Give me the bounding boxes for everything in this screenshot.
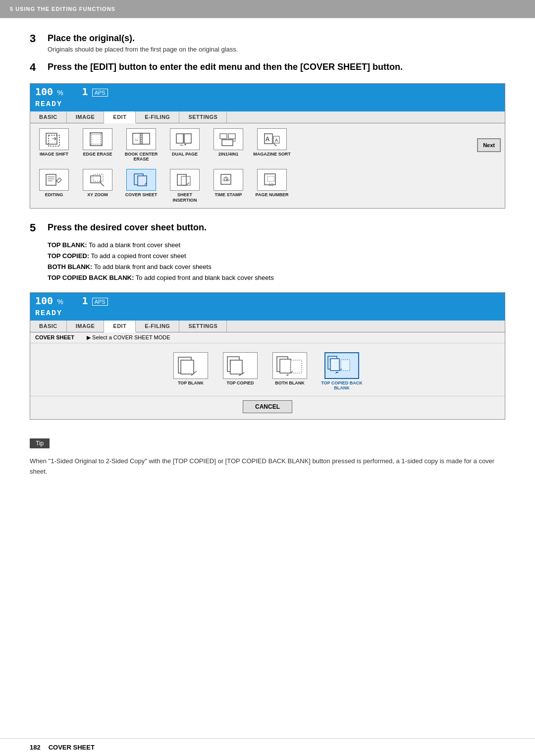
copier1-ready: READY (35, 100, 62, 108)
book-center-erase-button[interactable]: 1₂ BOOK CENTER ERASE (121, 128, 161, 162)
dual-page-button[interactable]: DUAL PAGE (165, 128, 205, 162)
next-button[interactable]: Next (477, 138, 501, 152)
copier1-aps: APS (92, 89, 108, 97)
xy-zoom-label: XY ZOOM (87, 192, 107, 198)
step-3-number: 3 (30, 32, 48, 45)
copier2-percent-sign: % (57, 298, 63, 306)
svg-rect-56 (341, 360, 350, 371)
svg-rect-9 (142, 133, 150, 144)
step-4: 4 Press the [EDIT] button to enter the e… (30, 62, 505, 74)
page-number-button[interactable]: 1/2 PAGE NUMBER (252, 169, 292, 203)
copier-panel-2: 100 % 1 APS READY BASIC IMAGE EDIT E-FIL… (30, 292, 505, 420)
top-copied-back-blank-button[interactable]: TOP COPIED BACK BLANK (320, 352, 364, 391)
svg-rect-33 (181, 176, 190, 185)
svg-rect-15 (184, 134, 191, 143)
copier1-percent-sign: % (57, 89, 63, 97)
tip-label: Tip (30, 438, 50, 448)
time-stamp-label: TIME STAMP (215, 192, 242, 198)
copier1-percent: 100 (35, 86, 53, 98)
image-shift-label: IMAGE SHIFT (40, 152, 68, 157)
svg-rect-48 (230, 360, 242, 374)
cover-sheet-select-desc: ▶ Select a COVER SHEET MODE (87, 334, 170, 341)
copier1-tab-edit[interactable]: EDIT (104, 111, 136, 123)
editing-button[interactable]: EDITING (34, 169, 74, 203)
copier1-tab-basic[interactable]: BASIC (30, 111, 67, 123)
copier1-tab-image[interactable]: IMAGE (67, 111, 105, 123)
svg-rect-40 (268, 176, 274, 181)
sheet-insertion-icon (170, 169, 200, 191)
copier1-tab-efiling[interactable]: E-FILING (136, 111, 179, 123)
time-stamp-icon: 11·58 (214, 169, 243, 191)
dual-page-svg (175, 131, 194, 147)
book-center-svg: 1₂ (132, 131, 151, 147)
cover-sheet-button[interactable]: COVER SHEET (121, 169, 161, 203)
top-blank-label: TOP BLANK (178, 380, 204, 386)
top-copied-label: TOP COPIED (226, 380, 254, 386)
page-number-icon: 1/2 (257, 169, 287, 191)
copier1-tab-settings[interactable]: SETTINGS (179, 111, 227, 123)
step-5-title: Press the desired cover sheet button. (48, 222, 505, 233)
dual-page-icon (170, 128, 200, 150)
footer-title: COVER SHEET (49, 744, 95, 751)
step-5: 5 Press the desired cover sheet button. (30, 222, 505, 235)
time-stamp-button[interactable]: 11·58 TIME STAMP (209, 169, 248, 203)
image-shift-button[interactable]: IMAGE SHIFT (34, 128, 74, 162)
copier1-buttons-row1: IMAGE SHIFT EDGE ERASE (30, 123, 505, 167)
top-copied-button[interactable]: TOP COPIED (220, 352, 260, 391)
footer-page: 182 (30, 744, 41, 751)
editing-icon (39, 169, 69, 191)
cancel-row: CANCEL (30, 396, 505, 419)
image-shift-svg (45, 131, 63, 147)
edge-erase-icon (83, 128, 112, 150)
sheet-insertion-button[interactable]: SHEET INSERTION (165, 169, 205, 203)
2in1-svg (219, 131, 238, 147)
dual-page-label: DUAL PAGE (172, 152, 198, 157)
copier2-tab-efiling[interactable]: E-FILING (136, 321, 179, 332)
copier2-tab-basic[interactable]: BASIC (30, 321, 67, 332)
copier2-status-bar: 100 % 1 APS (30, 293, 505, 308)
time-stamp-svg: 11·58 (219, 172, 238, 188)
svg-rect-50 (280, 359, 291, 373)
both-blank-svg (276, 355, 304, 376)
magazine-sort-icon: A A (257, 128, 287, 150)
next-btn-wrapper: Next (296, 128, 501, 162)
copier2-tabs: BASIC IMAGE EDIT E-FILING SETTINGS (30, 321, 505, 332)
step-4-number: 4 (30, 61, 48, 74)
2in1-4in1-button[interactable]: 2IN1/4IN1 (209, 128, 248, 162)
book-center-label: BOOK CENTER ERASE (121, 152, 161, 162)
image-shift-icon (39, 128, 69, 150)
svg-rect-18 (228, 134, 235, 139)
cancel-button[interactable]: CANCEL (243, 400, 292, 413)
both-blank-button[interactable]: BOTH BLANK (270, 352, 310, 391)
book-center-icon: 1₂ (126, 128, 156, 150)
copier2-tab-settings[interactable]: SETTINGS (179, 321, 227, 332)
step-4-content: Press the [EDIT] button to enter the edi… (48, 62, 505, 74)
edge-erase-button[interactable]: EDGE ERASE (78, 128, 117, 162)
top-blank-button[interactable]: TOP BLANK (171, 352, 211, 391)
magazine-sort-button[interactable]: A A MAGAZINE SORT (252, 128, 292, 162)
page-number-label: PAGE NUMBER (256, 192, 289, 198)
top-blank-icon (173, 352, 208, 379)
step-5-number: 5 (30, 221, 48, 234)
svg-rect-2 (90, 133, 102, 146)
copier2-tab-edit[interactable]: EDIT (104, 321, 136, 332)
svg-rect-3 (92, 134, 101, 144)
header-bar: 5 USING THE EDITING FUNCTIONS (0, 0, 535, 18)
svg-rect-28 (91, 176, 101, 183)
magazine-sort-svg: A A (263, 131, 281, 147)
main-content: 3 Place the original(s). Originals shoul… (0, 18, 535, 507)
top-copied-back-blank-label: TOP COPIED BACK BLANK (320, 380, 364, 391)
tip-text: When "1-Sided Original to 2-Sided Copy" … (30, 456, 505, 477)
step-3: 3 Place the original(s). Originals shoul… (30, 33, 505, 53)
svg-text:1₂: 1₂ (135, 138, 138, 141)
svg-text:A: A (275, 138, 278, 143)
cover-sheet-info-label: COVER SHEET (35, 334, 80, 340)
svg-rect-14 (176, 134, 183, 143)
header-text: 5 USING THE EDITING FUNCTIONS (10, 6, 115, 12)
xy-zoom-button[interactable]: XY ZOOM (78, 169, 117, 203)
svg-text:1/2: 1/2 (268, 183, 273, 186)
copier1-buttons-row2: EDITING XY ZOOM (30, 167, 505, 208)
svg-rect-43 (181, 360, 194, 374)
copier2-tab-image[interactable]: IMAGE (67, 321, 105, 332)
copier1-status-bar: 100 % 1 APS (30, 84, 505, 99)
